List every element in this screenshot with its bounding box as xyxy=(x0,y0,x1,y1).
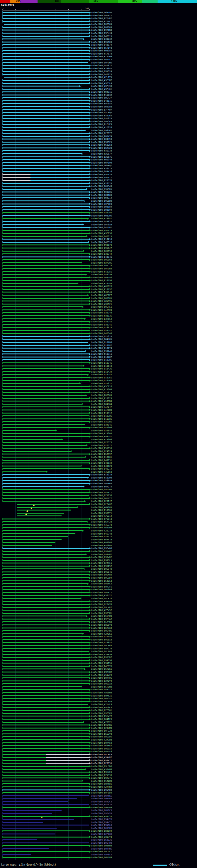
alignment-bar[interactable] xyxy=(2,148,89,148)
alignment-bar[interactable] xyxy=(2,769,85,770)
alignment-bar[interactable] xyxy=(2,398,89,399)
alignment-bar[interactable] xyxy=(2,189,86,190)
alignment-bar[interactable] xyxy=(2,59,89,60)
alignment-bar[interactable] xyxy=(2,586,89,587)
hit-label[interactable]: UniRef100_Q39748 xyxy=(91,350,112,352)
alignment-bar[interactable] xyxy=(2,842,89,843)
alignment-bar[interactable] xyxy=(2,775,89,776)
alignment-bar[interactable] xyxy=(46,757,89,758)
alignment-bar[interactable] xyxy=(2,277,89,278)
alignment-bar[interactable] xyxy=(2,539,62,540)
hit-label[interactable]: UniRef100_Q8GZD5 xyxy=(91,736,112,738)
hit-label[interactable]: UniRef100_Q10SS2 xyxy=(91,641,112,644)
hit-label[interactable]: UniRef100_A2X3B8 xyxy=(91,739,112,741)
alignment-bar[interactable] xyxy=(2,206,89,207)
hit-label[interactable]: UniRef100_Q10745 xyxy=(91,362,112,364)
alignment-bar[interactable] xyxy=(2,56,89,57)
alignment-bar[interactable] xyxy=(2,536,68,537)
hit-label[interactable]: UniRef100_Q9FYM3 xyxy=(91,483,112,485)
hit-label[interactable]: UniRef100_A2ZJ10 xyxy=(91,530,112,532)
alignment-bar[interactable] xyxy=(2,524,89,525)
alignment-bar[interactable] xyxy=(2,165,89,166)
alignment-bar[interactable] xyxy=(2,583,88,584)
hit-label[interactable]: UniRef100_Q6YZK1 xyxy=(91,668,112,670)
alignment-bar[interactable] xyxy=(2,672,89,673)
hit-label[interactable]: UniRef100_Q96525 xyxy=(91,141,112,144)
hit-label[interactable]: UniRef100_Q64FQ1 xyxy=(91,164,112,167)
hit-label[interactable]: UniRef100_B9RKS0 xyxy=(91,742,112,744)
hit-label[interactable]: UniRef100_Q39794 xyxy=(91,212,112,214)
alignment-bar[interactable] xyxy=(30,177,89,178)
hit-label[interactable]: UniRef100_B9T055 xyxy=(91,102,112,105)
hit-label[interactable]: UniRef100_Q2R2V4 xyxy=(91,680,112,682)
alignment-bar[interactable] xyxy=(2,409,89,410)
hit-label[interactable]: UniRef100_Q9ZQK8 xyxy=(91,712,112,715)
hit-label[interactable]: UniRef100_Q2QQ55 xyxy=(91,762,112,765)
alignment-bar[interactable] xyxy=(2,251,83,252)
alignment-bar[interactable] xyxy=(2,71,89,72)
alignment-bar[interactable] xyxy=(2,168,89,169)
alignment-bar[interactable] xyxy=(2,530,83,531)
alignment-bar[interactable] xyxy=(2,822,43,823)
hit-label[interactable]: UniRef100_B1PLP9 xyxy=(91,123,112,126)
hit-label[interactable]: UniRef100_Q11785 xyxy=(91,418,112,420)
alignment-bar[interactable] xyxy=(2,306,83,307)
alignment-bar[interactable] xyxy=(2,710,89,711)
alignment-bar[interactable] xyxy=(2,130,85,131)
alignment-bar[interactable] xyxy=(2,150,89,151)
alignment-bar[interactable] xyxy=(2,239,89,240)
hit-label[interactable]: UniRef100_B9RZD8 xyxy=(91,600,112,603)
alignment-bar[interactable] xyxy=(2,274,86,275)
hit-label[interactable]: UniRef100_A4S550 xyxy=(91,471,112,473)
hit-label[interactable]: UniRef100_Q39744 xyxy=(91,253,112,255)
hit-label[interactable]: UniRef100_Q10785 xyxy=(91,359,112,361)
alignment-bar[interactable] xyxy=(2,683,89,684)
alignment-bar[interactable] xyxy=(2,798,77,799)
hit-label[interactable]: UniRef100_B9F0D2 xyxy=(91,792,112,794)
alignment-bar[interactable] xyxy=(2,371,89,372)
alignment-bar[interactable] xyxy=(2,242,88,243)
alignment-bar[interactable] xyxy=(2,854,31,855)
hit-label[interactable]: UniRef100_Q22487 xyxy=(91,503,112,505)
hit-label[interactable]: UniRef100_A9PK01 xyxy=(91,88,112,91)
hit-label[interactable]: UniRef100_A6N165 xyxy=(91,506,112,509)
alignment-bar[interactable] xyxy=(2,27,89,28)
alignment-bar[interactable] xyxy=(17,509,71,510)
alignment-bar[interactable] xyxy=(2,12,89,13)
hit-label[interactable]: UniRef100_A9PJL4 xyxy=(91,82,112,85)
alignment-bar[interactable] xyxy=(2,218,88,219)
alignment-bar[interactable] xyxy=(2,831,89,831)
hit-label[interactable]: UniRef100_Q9ZPY7 xyxy=(91,14,112,17)
hit-label[interactable]: UniRef100_B9HJF5 xyxy=(91,586,112,588)
hit-label[interactable]: UniRef100_A6N1N0 xyxy=(91,527,112,529)
alignment-bar[interactable] xyxy=(2,121,89,122)
hit-label[interactable]: UniRef100_Q09183 xyxy=(91,194,112,196)
alignment-bar[interactable] xyxy=(2,501,84,502)
hit-label[interactable]: UniRef100_O82804 xyxy=(91,830,112,832)
alignment-bar[interactable] xyxy=(2,616,86,616)
alignment-bar[interactable] xyxy=(2,621,89,622)
hit-label[interactable]: UniRef100_P55053 xyxy=(91,447,112,450)
hit-label[interactable]: UniRef100_Q94KT0 xyxy=(91,818,112,820)
hit-label[interactable]: UniRef100_A7L1T5 xyxy=(91,76,112,79)
alignment-bar[interactable] xyxy=(2,777,89,778)
alignment-bar[interactable] xyxy=(2,460,89,461)
alignment-bar[interactable] xyxy=(2,701,89,702)
hit-label[interactable]: UniRef100_Q9T0A0 xyxy=(91,223,112,226)
hit-label[interactable]: UniRef100_P26574 xyxy=(91,182,112,185)
hit-label[interactable]: UniRef100_Q42823 xyxy=(91,73,112,76)
hit-label[interactable]: UniRef100_Q9FJZ9 xyxy=(91,730,112,732)
alignment-bar[interactable] xyxy=(2,589,89,590)
hit-label[interactable]: UniRef100_Q24574 xyxy=(91,535,112,538)
alignment-bar[interactable] xyxy=(2,457,85,458)
alignment-bar[interactable] xyxy=(2,439,62,440)
alignment-bar[interactable] xyxy=(2,383,79,384)
alignment-bar[interactable] xyxy=(2,186,89,187)
hit-label[interactable]: UniRef100_Q9AU75 xyxy=(91,777,112,779)
hit-label[interactable]: UniRef100_P17673 xyxy=(91,53,112,55)
hit-label[interactable]: UniRef100_Q16623 xyxy=(91,327,112,329)
hit-label[interactable]: UniRef100_B9SKY2 xyxy=(91,759,112,762)
hit-label[interactable]: UniRef100_P26573 xyxy=(91,167,112,170)
alignment-bar[interactable] xyxy=(2,227,89,228)
hit-label[interactable]: UniRef100_Q8H7Y2 xyxy=(91,688,112,691)
